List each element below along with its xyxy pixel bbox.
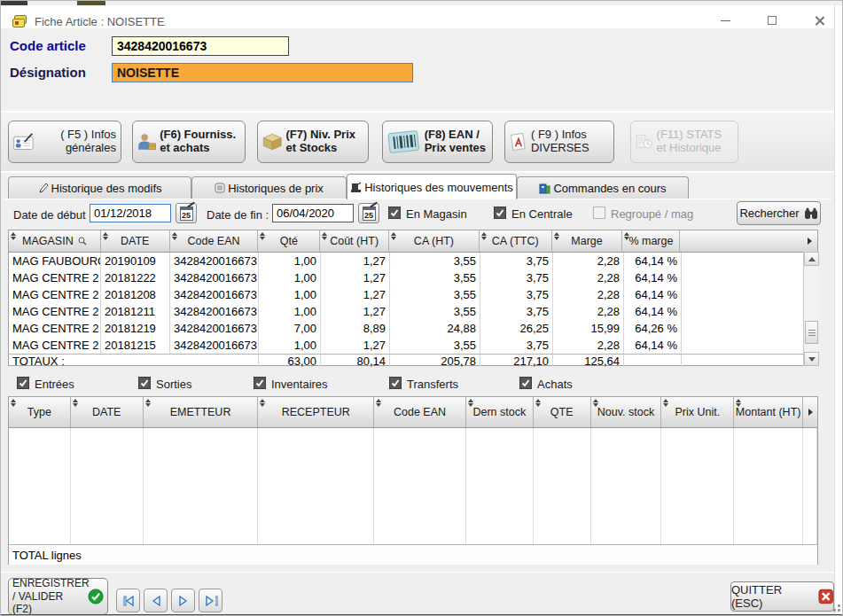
column-header-code-ean[interactable]: Code EAN <box>170 230 259 252</box>
column-header-emetteur[interactable]: EMETTEUR <box>144 397 259 427</box>
check-icon <box>521 378 530 387</box>
table-row[interactable]: MAG FAUBOURG2019010934284200166731,001,2… <box>9 253 817 269</box>
arrow-down-icon <box>808 357 816 362</box>
checkbox-en-magasin-label: En Magasin <box>406 207 467 221</box>
checkbox-entrees[interactable] <box>17 377 29 389</box>
scroll-right-button[interactable] <box>803 397 817 427</box>
resize-grip[interactable] <box>833 609 836 612</box>
checkbox-en-centrale-label: En Centrale <box>511 207 573 221</box>
column-header-recepteur[interactable]: RECEPTEUR <box>258 397 374 427</box>
tab-commandes-en-cours[interactable]: Commandes en cours <box>517 176 689 199</box>
column-header-qte[interactable]: Qté <box>258 230 320 252</box>
tab-historique-des-modifs[interactable]: Historique des modifs <box>8 176 191 199</box>
tab-historiques-de-prix[interactable]: Historiques de prix <box>191 176 347 199</box>
sort-icon <box>11 232 16 240</box>
details-table-body <box>9 428 817 544</box>
scrollbar-thumb[interactable] <box>805 321 818 344</box>
table-row[interactable]: MAG CENTRE 22018121934284200166737,008,8… <box>9 320 817 337</box>
column-header-montant-ht[interactable]: Montant (HT) <box>734 397 803 427</box>
window: Fiche Article : NOISETTE Code article Dé… <box>0 0 843 616</box>
checkbox-achats[interactable] <box>519 377 532 389</box>
checkbox-inventaires[interactable] <box>254 377 266 389</box>
column-header-type[interactable]: Type <box>9 397 71 427</box>
designation-field[interactable] <box>112 63 413 82</box>
scroll-right-button[interactable] <box>802 230 817 252</box>
minimize-button[interactable] <box>710 10 740 31</box>
tab-label: Historiques des mouvements <box>364 181 513 194</box>
details-table: Type DATE EMETTEUR RECEPTEUR Code EAN De… <box>8 396 818 565</box>
date-start-calendar-button[interactable]: 25 <box>176 203 197 223</box>
red-x-icon <box>818 589 833 604</box>
app-icon <box>12 15 27 27</box>
save-validate-button[interactable]: ENREGISTRER / VALIDER (F2) <box>8 578 108 615</box>
quit-button[interactable]: QUITTER (ESC) <box>730 581 834 612</box>
column-header-marge[interactable]: Marge <box>552 230 623 252</box>
binoculars-icon <box>804 207 818 220</box>
quit-label: QUITTER (ESC) <box>731 583 814 610</box>
ean-prix-ventes-button[interactable]: (F8) EAN / Prix ventes <box>382 121 493 163</box>
table-row[interactable]: MAG CENTRE 22018120834284200166731,001,2… <box>9 286 817 303</box>
resize-grip[interactable] <box>838 609 840 612</box>
person-box-icon <box>137 128 156 156</box>
date-end-input[interactable] <box>272 204 354 222</box>
date-start-label: Date de début : <box>13 208 92 222</box>
niveau-prix-stocks-button[interactable]: (F7) Niv. Prix et Stocks <box>257 121 369 163</box>
calendar-icon: 25 <box>180 207 193 221</box>
column-header-cout-ht[interactable]: Coût (HT) <box>320 230 389 252</box>
column-header-pct-marge[interactable]: % marge <box>622 230 680 252</box>
check-icon <box>496 208 504 217</box>
column-header-ca-ttc[interactable]: CA (TTC) <box>480 230 552 252</box>
infos-generales-button[interactable]: ( F5 ) Infos générales <box>8 121 121 163</box>
scroll-down-button[interactable] <box>804 352 819 366</box>
maximize-button[interactable] <box>757 10 787 31</box>
column-header-prix-unit[interactable]: Prix Unit. <box>661 397 734 427</box>
document-letter-icon <box>510 128 527 156</box>
table-row[interactable]: MAG CENTRE 22018121534284200166731,001,2… <box>9 337 817 354</box>
code-article-field[interactable] <box>112 36 289 56</box>
checkbox-en-centrale[interactable] <box>494 207 506 219</box>
date-end-calendar-button[interactable]: 25 <box>358 203 379 223</box>
table-row[interactable]: MAG CENTRE 22018121134284200166731,001,2… <box>9 303 817 320</box>
nav-previous-button[interactable] <box>144 589 168 612</box>
column-header-magasin[interactable]: MAGASIN <box>9 230 101 252</box>
column-header-code-ean[interactable]: Code EAN <box>374 397 466 427</box>
resize-grip[interactable] <box>838 604 840 607</box>
totals-label: TOTAUX : <box>9 355 259 367</box>
column-header-date[interactable]: DATE <box>101 230 170 252</box>
price-list-icon <box>215 183 225 193</box>
checkbox-regroupe-mag[interactable] <box>593 207 605 219</box>
scroll-up-button[interactable] <box>804 252 819 266</box>
date-start-input[interactable] <box>90 204 171 222</box>
close-button[interactable] <box>804 10 834 31</box>
button-label: ( F9 ) Infos DIVERSES <box>531 129 609 154</box>
tab-label: Historique des modifs <box>51 182 162 195</box>
vertical-scrollbar[interactable] <box>803 252 818 366</box>
check-icon <box>140 378 149 387</box>
arrow-right-icon <box>808 409 813 416</box>
checkbox-transferts[interactable] <box>389 377 402 389</box>
arrow-right-icon <box>808 238 812 245</box>
fournisseurs-achats-button[interactable]: (F6) Fourniss. et achats <box>132 121 246 163</box>
column-header-ca-ht[interactable]: CA (HT) <box>389 230 480 252</box>
infos-diverses-button[interactable]: ( F9 ) Infos DIVERSES <box>504 121 614 163</box>
checkbox-sorties[interactable] <box>138 377 151 389</box>
column-header-nouv-stock[interactable]: Nouv. stock <box>591 397 662 427</box>
rechercher-label: Rechercher <box>739 207 799 220</box>
package-box-icon <box>262 128 283 156</box>
button-label: (F8) EAN / Prix ventes <box>425 129 488 154</box>
rechercher-button[interactable]: Rechercher <box>737 201 821 225</box>
checkbox-en-magasin[interactable] <box>388 207 401 219</box>
nav-next-button[interactable] <box>171 589 195 612</box>
checkbox-regroupe-mag-label: Regroupé / mag <box>611 207 693 221</box>
table-row[interactable]: MAG CENTRE 22018122234284200166731,001,2… <box>9 269 817 286</box>
column-header-dern-stock[interactable]: Dern stock <box>466 397 534 427</box>
stats-historique-button: (F11) STATS et Historique <box>630 121 738 163</box>
nav-last-button[interactable] <box>199 589 222 612</box>
arrow-up-icon <box>808 257 816 261</box>
tab-historiques-des-mouvements[interactable]: Historiques des mouvements <box>347 174 517 199</box>
barcode-icon <box>386 127 423 157</box>
nav-first-button[interactable] <box>116 589 140 612</box>
tab-label: Historiques de prix <box>228 182 324 195</box>
column-header-date[interactable]: DATE <box>71 397 144 427</box>
column-header-qte[interactable]: QTE <box>534 397 591 427</box>
